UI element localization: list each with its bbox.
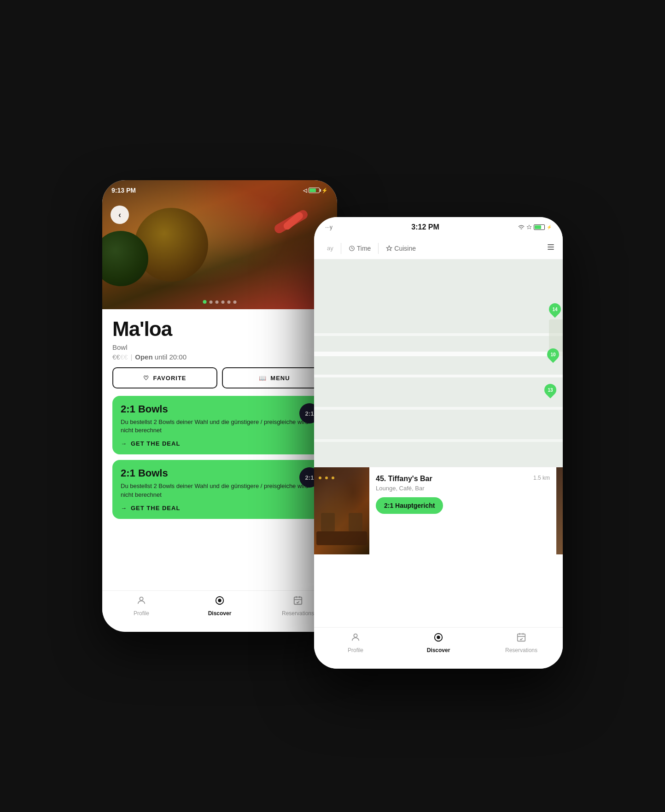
nav-label-profile-1: Profile	[134, 610, 149, 617]
deal-title-2: 2:1 Bowls	[121, 467, 319, 479]
location-icon: ◁	[303, 188, 307, 194]
road-2	[314, 375, 563, 377]
arrow-icon-2: →	[121, 505, 127, 512]
filter-cuisine[interactable]: Cuisine	[380, 242, 421, 255]
action-buttons: ♡ FAVORITE 📖 MENU	[112, 367, 327, 388]
reservations-icon-2	[516, 632, 526, 645]
restaurant-type: Bowl	[112, 343, 327, 351]
location-icon-2	[526, 224, 532, 230]
svg-rect-8	[518, 634, 525, 641]
status-left: ···y	[325, 224, 332, 230]
status-icons: ◁ ⚡	[303, 188, 328, 194]
price-indicator: €€€€	[112, 353, 128, 361]
discover-icon-1	[215, 595, 225, 608]
battery-icon-2	[534, 224, 545, 230]
filter-bar: ay Time Cuisine	[314, 237, 563, 259]
charging-icon: ⚡	[321, 188, 328, 194]
back-button[interactable]: ‹	[111, 206, 129, 224]
chair-1	[321, 513, 335, 531]
wifi-icon	[518, 224, 525, 230]
divider-1	[341, 243, 341, 254]
battery-icon	[309, 188, 320, 193]
scene: 9:13 PM ◁ ⚡ ‹ Ma'loa Bowl	[102, 153, 563, 659]
profile-icon-1	[136, 595, 146, 608]
filter-day[interactable]: ay	[321, 242, 339, 254]
time-label: Time	[357, 245, 371, 252]
restaurant-name: Ma'loa	[112, 318, 327, 341]
nav-label-reservations-2: Reservations	[505, 647, 537, 653]
status-time-2: 3:12 PM	[411, 223, 439, 231]
deal-card-1: 2:1 Bowls 2:1 Du bestellst 2 Bowls deine…	[112, 396, 327, 454]
book-icon: 📖	[259, 375, 267, 382]
deal-cta-2[interactable]: → GET THE DEAL	[121, 505, 319, 512]
nav-label-profile-2: Profile	[348, 647, 363, 653]
nav-discover-1[interactable]: Discover	[181, 595, 259, 617]
dot-2	[210, 300, 213, 304]
phone1-left: 9:13 PM ◁ ⚡ ‹ Ma'loa Bowl	[102, 180, 337, 632]
status-bar-2: ···y 3:12 PM ⚡	[314, 217, 563, 237]
image-dots	[203, 300, 237, 304]
menu-button[interactable]: 📖 MENU	[222, 367, 327, 388]
road-9	[314, 333, 563, 336]
status-bar: 9:13 PM ◁ ⚡	[102, 180, 337, 200]
phone2-right: ···y 3:12 PM ⚡ ay	[314, 217, 563, 669]
cuisine-label: Cuisine	[394, 245, 416, 252]
restaurant-card-image	[314, 467, 369, 554]
favorite-button[interactable]: ♡ FAVORITE	[112, 367, 217, 388]
dot-3	[216, 300, 219, 304]
price-hours: €€€€ | Open until 20:00	[112, 353, 327, 361]
deal-cta-1[interactable]: → GET THE DEAL	[121, 440, 319, 447]
bar-lights	[319, 477, 334, 479]
bar-table	[316, 531, 367, 545]
discover-icon-2	[433, 632, 443, 645]
svg-point-7	[437, 636, 440, 639]
arrow-icon: →	[121, 440, 127, 447]
filter-time[interactable]: Time	[343, 242, 377, 255]
star-icon	[386, 245, 392, 252]
bottom-nav-1: Profile Discover Reservations	[102, 590, 337, 632]
road-5	[314, 407, 563, 410]
reservations-icon-1	[293, 595, 303, 608]
clock-icon	[349, 245, 355, 252]
divider-2	[378, 243, 379, 254]
profile-icon-2	[350, 632, 361, 645]
deal-card-2: 2:1 Bowls 2:1 Du bestellst 2 Bowls deine…	[112, 460, 327, 518]
map-view[interactable]: OSTSTADT MITTE SÜDSTADT-BULT Hamburger A…	[314, 259, 563, 554]
nav-discover-2[interactable]: Discover	[397, 632, 480, 653]
svg-point-2	[218, 599, 221, 602]
deal-description-2: Du bestellst 2 Bowls deiner Wahl und die…	[121, 482, 319, 499]
svg-rect-3	[294, 597, 302, 605]
svg-point-5	[354, 634, 357, 637]
svg-point-0	[140, 597, 143, 600]
nav-reservations-2[interactable]: Reservations	[480, 632, 563, 653]
restaurant-card-name: 45. Tiffany's Bar	[376, 475, 432, 483]
nav-profile-1[interactable]: Profile	[102, 595, 181, 617]
nav-label-reservations-1: Reservations	[282, 610, 314, 617]
dot-6	[233, 300, 237, 304]
bottom-nav-2: Profile Discover Reservations	[314, 627, 563, 669]
restaurant-content: Ma'loa Bowl €€€€ | Open until 20:00 ♡ FA…	[102, 309, 337, 533]
deal-button[interactable]: 2:1 Hauptgericht	[376, 497, 443, 514]
dot-4	[222, 300, 225, 304]
road-1	[314, 352, 563, 356]
hamburger-icon	[546, 242, 555, 252]
chair-2	[349, 513, 362, 531]
nav-label-discover-1: Discover	[208, 610, 232, 617]
hours-text: Open until 20:00	[135, 353, 187, 361]
nav-label-discover-2: Discover	[427, 647, 450, 653]
card-header: 45. Tiffany's Bar 1.5 km	[376, 475, 550, 483]
restaurant-card-info: 45. Tiffany's Bar 1.5 km Lounge, Café, B…	[369, 467, 556, 554]
day-label: ay	[327, 245, 333, 252]
card-image-2	[556, 467, 563, 554]
restaurant-card: 45. Tiffany's Bar 1.5 km Lounge, Café, B…	[314, 467, 563, 554]
restaurant-card-type: Lounge, Café, Bar	[376, 485, 550, 492]
status-time: 9:13 PM	[111, 187, 136, 194]
deal-description-1: Du bestellst 2 Bowls deiner Wahl und die…	[121, 418, 319, 435]
dot-5	[228, 300, 231, 304]
charging-icon-2: ⚡	[547, 225, 552, 229]
heart-icon: ♡	[143, 375, 149, 382]
nav-profile-2[interactable]: Profile	[314, 632, 397, 653]
status-right-2: ⚡	[518, 224, 552, 230]
filter-menu-button[interactable]	[546, 242, 555, 254]
open-label: Open	[135, 353, 152, 361]
